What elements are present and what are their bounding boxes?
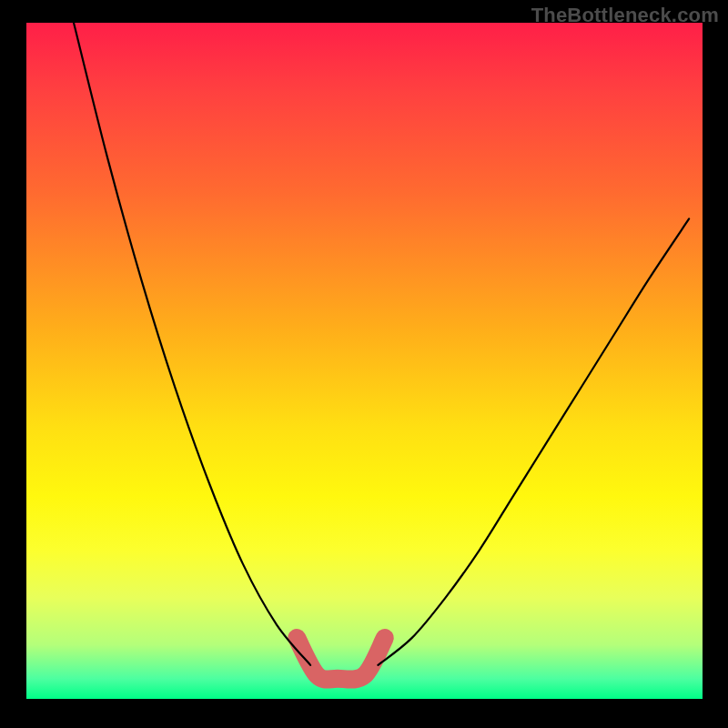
valley-highlight [297, 638, 385, 680]
watermark-label: TheBottleneck.com [531, 4, 719, 27]
curve-right [378, 218, 689, 664]
chart-area [26, 23, 703, 699]
curve-left [74, 23, 310, 665]
chart-svg [26, 23, 703, 699]
